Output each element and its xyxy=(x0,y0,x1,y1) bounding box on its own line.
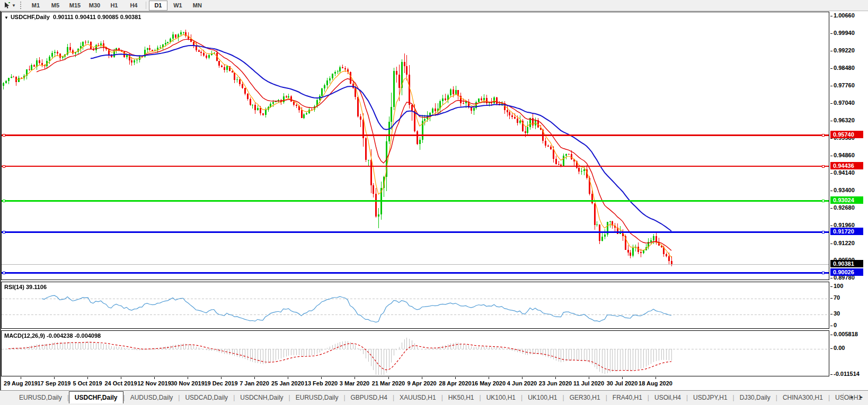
tab-usdcnh-daily[interactable]: USDCNH,Daily xyxy=(235,393,288,403)
rsi-chart-canvas[interactable] xyxy=(2,282,829,328)
tab-eurusd-daily[interactable]: EURUSD,Daily xyxy=(14,393,67,403)
hline-price-badge: 0.95740 xyxy=(830,131,863,138)
timeframe-button-m30[interactable]: M30 xyxy=(85,1,104,11)
date-label: 16 May 2020 xyxy=(472,380,506,386)
date-label: 7 Jan 2020 xyxy=(240,380,269,386)
timeframe-button-m15[interactable]: M15 xyxy=(66,1,84,11)
horizontal-line-0.95740[interactable] xyxy=(2,134,829,136)
date-tick-mark xyxy=(54,377,55,379)
date-tick-mark xyxy=(422,377,422,379)
macd-panel: MACD(12,26,9) -0.004238 -0.004098 xyxy=(1,330,829,376)
date-label: 19 Dec 2019 xyxy=(205,380,238,386)
rsi-label: RSI(14) 39.1106 xyxy=(4,284,47,290)
horizontal-line-0.91720[interactable] xyxy=(2,231,829,233)
rsi-panel: RSI(14) 39.1106 xyxy=(1,282,829,329)
tab-xauusd-h1[interactable]: XAUUSD,H1 xyxy=(394,393,441,403)
timeframe-button-m5[interactable]: M5 xyxy=(46,1,65,11)
tabs-arrows-separator xyxy=(843,393,844,401)
date-tick-mark xyxy=(622,377,623,379)
tab-china300-h1[interactable]: CHINA300,H1 xyxy=(777,393,828,403)
hline-price-badge: 0.93024 xyxy=(830,196,863,204)
hline-handle-left[interactable] xyxy=(3,231,5,233)
date-tick-mark xyxy=(21,377,21,379)
date-tick-mark xyxy=(388,377,389,379)
tab-audusd-daily[interactable]: AUDUSD,Daily xyxy=(125,393,179,403)
tab-usdchf-daily[interactable]: USDCHF,Daily xyxy=(69,391,123,403)
hline-handle-right[interactable] xyxy=(822,134,825,137)
hline-handle-right[interactable] xyxy=(822,272,825,274)
toolbar-separator xyxy=(146,2,146,9)
date-tick-mark xyxy=(355,377,355,379)
hline-handle-right[interactable] xyxy=(822,165,825,168)
timeframe-button-h1[interactable]: H1 xyxy=(105,1,123,11)
candlestick-chart-canvas[interactable] xyxy=(2,12,829,280)
cursor-tool-button[interactable]: ▼ xyxy=(2,1,17,10)
chart-tabs-bar: EURUSD,Daily|USDCHF,Daily|AUDUSD,Daily|U… xyxy=(0,390,868,405)
chart-title: ▼USDCHF,Daily 0.90111 0.90411 0.90085 0.… xyxy=(4,14,141,20)
date-label: 24 Oct 2019 xyxy=(104,380,137,386)
collapse-triangle-icon[interactable]: ▼ xyxy=(4,15,8,20)
macd-axis[interactable]: 0.0058180.00-0.011514 xyxy=(830,330,867,376)
timeframe-buttons: M1M5M15M30H1H4D1W1MN xyxy=(26,1,207,11)
price-tick-label: 0.97760 xyxy=(834,82,855,88)
price-tick-label: 0.94860 xyxy=(834,152,855,158)
chart-symbol-label: USDCHF,Daily xyxy=(11,14,50,20)
hline-handle-left[interactable] xyxy=(3,272,5,274)
cursor-tool-icon xyxy=(3,2,11,9)
timeframe-button-d1[interactable]: D1 xyxy=(149,1,167,11)
hline-price-badge: 0.91720 xyxy=(830,228,863,235)
tab-ger30-h1[interactable]: GER30,H1 xyxy=(564,393,606,403)
hline-handle-right[interactable] xyxy=(822,231,825,233)
date-tick-mark xyxy=(555,377,556,379)
date-label: 11 Jul 2020 xyxy=(573,380,604,386)
tab-usoil-h4[interactable]: USOil,H4 xyxy=(649,393,686,403)
date-tick-mark xyxy=(121,377,121,379)
timeframe-button-m1[interactable]: M1 xyxy=(26,1,45,11)
tab-hk50-h1[interactable]: HK50,H1 xyxy=(443,393,480,403)
horizontal-line-0.90026[interactable] xyxy=(2,272,829,274)
chevron-down-icon[interactable]: ▼ xyxy=(12,3,16,8)
price-tick-label: 0.99940 xyxy=(834,30,855,36)
tab-usdcad-daily[interactable]: USDCAD,Daily xyxy=(180,393,233,403)
current-price-badge: 0.90381 xyxy=(830,260,863,267)
macd-tick-label: 0.005818 xyxy=(834,331,858,337)
price-tick-label: 1.00660 xyxy=(834,12,855,19)
hline-handle-left[interactable] xyxy=(3,200,5,202)
timeframe-button-w1[interactable]: W1 xyxy=(169,1,187,11)
price-axis[interactable]: 1.006600.999400.992200.984800.977600.970… xyxy=(830,12,867,280)
tabs-scroll-right-button[interactable]: ► xyxy=(859,394,864,400)
timeframe-toolbar: ▼ M1M5M15M30H1H4D1W1MN xyxy=(0,0,868,11)
horizontal-line-0.93024[interactable] xyxy=(2,200,829,202)
rsi-tick-label: 100 xyxy=(834,283,843,289)
date-label: 3 Mar 2020 xyxy=(340,380,369,386)
date-axis[interactable]: 29 Aug 201917 Sep 20195 Oct 201924 Oct 2… xyxy=(1,377,829,389)
date-label: 25 Jan 2020 xyxy=(271,380,304,386)
rsi-axis[interactable]: 10070300 xyxy=(830,282,867,329)
timeframe-button-h4[interactable]: H4 xyxy=(125,1,143,11)
tab-gbpusd-h4[interactable]: GBPUSD,H4 xyxy=(346,393,393,403)
tabs-scroll-left-button[interactable]: ◄ xyxy=(849,394,854,400)
timeframe-button-mn[interactable]: MN xyxy=(188,1,207,11)
date-tick-mark xyxy=(188,377,188,379)
macd-label: MACD(12,26,9) -0.004238 -0.004098 xyxy=(4,332,101,339)
hline-handle-right[interactable] xyxy=(822,200,825,202)
tab-uk100-h1[interactable]: UK100,H1 xyxy=(522,393,562,403)
current-price-line xyxy=(2,264,829,265)
tab-uk100-h1[interactable]: UK100,H1 xyxy=(481,393,521,403)
rsi-tick-label: 30 xyxy=(834,310,840,317)
date-tick-mark xyxy=(321,377,322,379)
date-label: 30 Nov 2019 xyxy=(171,380,205,386)
chart-ohlc-values: 0.90111 0.90411 0.90085 0.90381 xyxy=(53,14,141,20)
tab-fra40-h1[interactable]: FRA40,H1 xyxy=(607,393,648,403)
hline-handle-left[interactable] xyxy=(3,165,5,168)
macd-tick-label: -0.011514 xyxy=(834,371,860,377)
date-label: 18 Aug 2020 xyxy=(639,380,672,386)
toolbar-grip[interactable] xyxy=(20,2,23,9)
horizontal-line-0.94436[interactable] xyxy=(2,166,829,167)
tab-usdjpy-h1[interactable]: USDJPY,H1 xyxy=(688,393,732,403)
tab-dj30-daily[interactable]: DJ30,Daily xyxy=(734,393,776,403)
tab-eurusd-daily[interactable]: EURUSD,Daily xyxy=(290,393,344,403)
macd-chart-canvas[interactable] xyxy=(2,331,829,376)
hline-handle-left[interactable] xyxy=(3,134,5,137)
date-tick-mark xyxy=(455,377,456,379)
